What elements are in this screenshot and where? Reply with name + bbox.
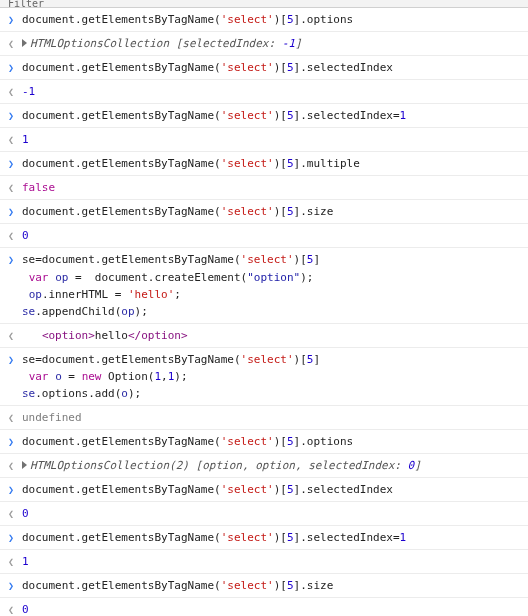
code-token: 5 — [287, 531, 294, 544]
code-token: o — [55, 370, 62, 383]
code-token: 0 — [22, 229, 29, 242]
code-token — [22, 329, 42, 342]
console-input-row: ❯se=document.getElementsByTagName('selec… — [0, 347, 528, 405]
code-token: 'select' — [221, 157, 274, 170]
console-output-row: ❮0 — [0, 597, 528, 616]
console-line-content: document.getElementsByTagName('select')[… — [22, 529, 524, 546]
code-token: = document.createElement( — [68, 271, 247, 284]
code-token: document.getElementsByTagName( — [22, 157, 221, 170]
code-token: )[ — [274, 157, 287, 170]
code-token: 'select' — [221, 109, 274, 122]
code-token: ].size — [294, 205, 334, 218]
chevron-left-icon: ❮ — [6, 131, 16, 148]
code-token: se — [22, 305, 35, 318]
code-token: 'select' — [221, 579, 274, 592]
code-token: document.getElementsByTagName( — [22, 579, 221, 592]
code-token: ].selectedIndex — [294, 61, 393, 74]
console-line-content: 0 — [22, 227, 524, 244]
code-token: undefined — [22, 411, 82, 424]
code-token: 5 — [287, 13, 294, 26]
code-token: false — [22, 181, 55, 194]
console-output-row: ❮undefined — [0, 405, 528, 429]
chevron-right-icon: ❯ — [6, 433, 16, 450]
code-token: hello — [95, 329, 128, 342]
filter-label: Filter — [8, 0, 44, 8]
code-token: .appendChild( — [35, 305, 121, 318]
code-token: -1 — [282, 37, 295, 50]
chevron-left-icon: ❮ — [6, 179, 16, 196]
code-token: 0 — [22, 507, 29, 520]
console-output-row: ❮false — [0, 175, 528, 199]
console-line-content: document.getElementsByTagName('select')[… — [22, 107, 524, 124]
console-input-row: ❯se=document.getElementsByTagName('selec… — [0, 247, 528, 322]
chevron-left-icon: ❮ — [6, 327, 16, 344]
chevron-left-icon: ❮ — [6, 457, 16, 474]
code-token: </option> — [128, 329, 188, 342]
code-token: op — [29, 288, 42, 301]
code-token: 5 — [287, 579, 294, 592]
code-token: -1 — [22, 85, 35, 98]
chevron-left-icon: ❮ — [6, 83, 16, 100]
chevron-left-icon: ❮ — [6, 601, 16, 616]
chevron-left-icon: ❮ — [6, 409, 16, 426]
code-token: document.getElementsByTagName( — [22, 531, 221, 544]
console-input-row: ❯document.getElementsByTagName('select')… — [0, 573, 528, 597]
code-token: , selectedIndex: — [295, 459, 408, 472]
chevron-right-icon: ❯ — [6, 107, 16, 124]
code-token: 1 — [400, 531, 407, 544]
console-output-row: ❮0 — [0, 501, 528, 525]
console-output-row: ❮1 — [0, 549, 528, 573]
code-token: 5 — [287, 483, 294, 496]
console-line-content: 1 — [22, 131, 524, 148]
code-token: document.getElementsByTagName( — [22, 205, 221, 218]
console-input-row: ❯document.getElementsByTagName('select')… — [0, 199, 528, 223]
code-token: HTMLOptionsCollection [ — [30, 37, 182, 50]
chevron-left-icon: ❮ — [6, 553, 16, 570]
disclosure-triangle-icon[interactable] — [22, 39, 27, 47]
chevron-right-icon: ❯ — [6, 351, 16, 368]
chevron-right-icon: ❯ — [6, 529, 16, 546]
code-token: ] — [295, 37, 302, 50]
code-token: )[ — [274, 483, 287, 496]
code-token: , — [161, 370, 168, 383]
code-token: )[ — [274, 13, 287, 26]
code-token: .innerHTML = — [42, 288, 128, 301]
console-line-content: document.getElementsByTagName('select')[… — [22, 433, 524, 450]
code-token: )[ — [274, 579, 287, 592]
code-token: option — [255, 459, 295, 472]
code-token: 'select' — [221, 483, 274, 496]
code-token: 'hello' — [128, 288, 174, 301]
console-line-content: 1 — [22, 553, 524, 570]
code-token: 5 — [287, 157, 294, 170]
code-token: ].multiple — [294, 157, 360, 170]
code-token: se=document.getElementsByTagName( — [22, 253, 241, 266]
code-token: ].options — [294, 13, 354, 26]
code-token: document.getElementsByTagName( — [22, 109, 221, 122]
code-token: , — [242, 459, 255, 472]
disclosure-triangle-icon[interactable] — [22, 461, 27, 469]
chevron-right-icon: ❯ — [6, 577, 16, 594]
code-token: )[ — [274, 435, 287, 448]
console-line-content: document.getElementsByTagName('select')[… — [22, 155, 524, 172]
code-token: )[ — [294, 253, 307, 266]
code-token: 5 — [287, 109, 294, 122]
code-token: ); — [174, 370, 187, 383]
console-output-row: ❮HTMLOptionsCollection [selectedIndex: -… — [0, 31, 528, 55]
code-token: ); — [135, 305, 148, 318]
console-input-row: ❯document.getElementsByTagName('select')… — [0, 429, 528, 453]
code-token: ].selectedIndex= — [294, 531, 400, 544]
code-token: ] — [414, 459, 421, 472]
code-token: se — [22, 387, 35, 400]
code-token: option — [202, 459, 242, 472]
console-output-row: ❮ <option>hello</option> — [0, 323, 528, 347]
console-output-row: ❮1 — [0, 127, 528, 151]
code-token: 1 — [22, 555, 29, 568]
code-token: ; — [174, 288, 181, 301]
code-token: op — [55, 271, 68, 284]
code-token: )[ — [274, 205, 287, 218]
code-token: 1 — [400, 109, 407, 122]
code-token: selectedIndex: — [182, 37, 281, 50]
chevron-right-icon: ❯ — [6, 251, 16, 268]
code-token: HTMLOptionsCollection(2) [ — [30, 459, 202, 472]
console-line-content: 0 — [22, 505, 524, 522]
